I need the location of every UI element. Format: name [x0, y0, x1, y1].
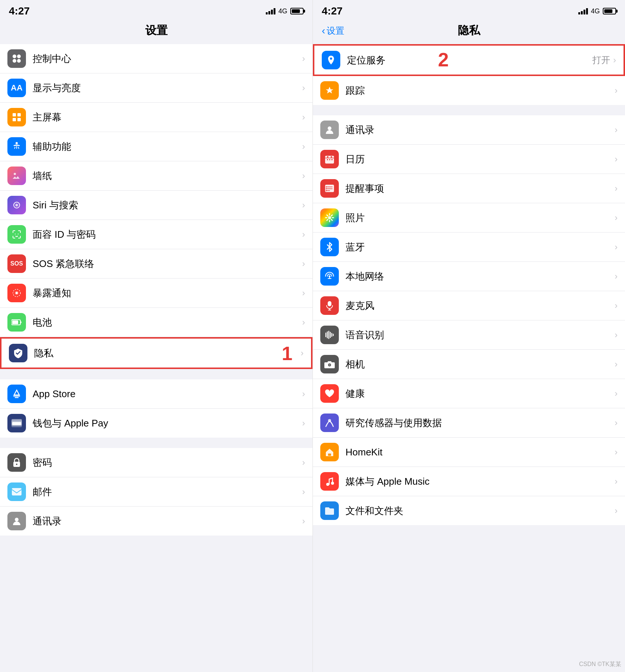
svg-point-12	[16, 205, 17, 206]
right-status-bar: 4:27 4G	[313, 0, 625, 20]
homekit-item[interactable]: HomeKit ›	[313, 438, 625, 467]
separator-1	[0, 369, 312, 379]
photos-item[interactable]: 照片 ›	[313, 203, 625, 233]
svg-rect-30	[329, 159, 330, 160]
music-item[interactable]: 媒体与 Apple Music ›	[313, 467, 625, 496]
password-icon	[7, 453, 26, 472]
control-center-item[interactable]: 控制中心 ›	[0, 44, 312, 73]
display-icon: AA	[7, 79, 26, 97]
siri-item[interactable]: Siri 与搜索 ›	[0, 191, 312, 220]
chevron-icon: ›	[615, 213, 618, 223]
control-center-label: 控制中心	[33, 52, 302, 65]
localnet-item[interactable]: 本地网络 ›	[313, 262, 625, 291]
speech-item[interactable]: 语音识别 ›	[313, 320, 625, 350]
back-button[interactable]: ‹ 设置	[322, 25, 344, 37]
bluetooth-item[interactable]: 蓝牙 ›	[313, 233, 625, 262]
research-icon	[320, 414, 339, 432]
exposure-item[interactable]: 暴露通知 ›	[0, 279, 312, 308]
svg-line-46	[331, 215, 333, 216]
research-item[interactable]: 研究传感器与使用数据 ›	[313, 408, 625, 438]
annotation-2: 2	[438, 49, 449, 71]
appstore-label: App Store	[33, 388, 302, 400]
svg-rect-5	[17, 113, 21, 116]
reminders-icon	[320, 179, 339, 198]
separator-2	[0, 438, 312, 448]
left-phone-panel: 4:27 4G 设置	[0, 0, 312, 672]
location-services-item[interactable]: 定位服务 2 打开 ›	[313, 44, 625, 76]
wallet-label: 钱包与 Apple Pay	[33, 417, 302, 430]
mail-item[interactable]: 邮件 ›	[0, 477, 312, 507]
health-item[interactable]: 健康 ›	[313, 379, 625, 408]
mail-label: 邮件	[33, 485, 302, 498]
privacy-contacts-item[interactable]: 通讯录 ›	[313, 115, 625, 145]
exposure-icon	[7, 284, 26, 302]
chevron-icon: ›	[302, 317, 305, 327]
reminders-item[interactable]: 提醒事项 ›	[313, 174, 625, 203]
files-item[interactable]: 文件和文件夹 ›	[313, 496, 625, 525]
right-battery-icon	[603, 8, 616, 14]
contacts-icon	[7, 512, 26, 530]
section-2: App Store › 钱包与 Apple Pay ›	[0, 379, 312, 438]
sos-item[interactable]: SOS SOS 紧急联络 ›	[0, 249, 312, 279]
right-nav-title: 隐私	[458, 23, 480, 38]
chevron-icon: ›	[302, 457, 305, 468]
svg-rect-4	[13, 113, 16, 116]
right-time: 4:27	[322, 5, 343, 17]
music-label: 媒体与 Apple Music	[345, 475, 615, 488]
accessibility-item[interactable]: 辅助功能 ›	[0, 132, 312, 161]
svg-point-24	[15, 518, 19, 521]
home-screen-item[interactable]: 主屏幕 ›	[0, 103, 312, 132]
microphone-label: 麦克风	[345, 299, 615, 312]
display-item[interactable]: AA 显示与亮度 ›	[0, 73, 312, 103]
sos-icon: SOS	[7, 254, 26, 273]
chevron-icon: ›	[302, 229, 305, 240]
calendar-item[interactable]: 日历 ›	[313, 145, 625, 174]
chevron-icon: ›	[615, 125, 618, 135]
wallet-item[interactable]: 钱包与 Apple Pay ›	[0, 409, 312, 438]
accessibility-icon	[7, 137, 26, 156]
password-label: 密码	[33, 456, 302, 469]
chevron-icon: ›	[301, 348, 304, 358]
svg-rect-17	[12, 320, 18, 324]
tracking-icon	[320, 81, 339, 100]
svg-point-28	[331, 156, 332, 158]
chevron-icon: ›	[302, 487, 305, 497]
svg-rect-7	[17, 118, 21, 121]
contacts-item[interactable]: 通讯录 ›	[0, 507, 312, 536]
chevron-icon: ›	[613, 55, 616, 65]
svg-point-38	[326, 190, 327, 191]
chevron-icon: ›	[302, 112, 305, 122]
battery-item[interactable]: 电池 ›	[0, 308, 312, 337]
annotation-1: 1	[282, 342, 292, 365]
faceid-item[interactable]: 面容 ID 与密码 ›	[0, 220, 312, 249]
privacy-item[interactable]: 隐私 1 ›	[0, 337, 312, 369]
camera-item[interactable]: 相机 ›	[313, 350, 625, 379]
svg-line-47	[327, 220, 328, 221]
svg-rect-31	[331, 159, 333, 160]
chevron-icon: ›	[302, 53, 305, 64]
password-item[interactable]: 密码 ›	[0, 448, 312, 477]
faceid-icon	[7, 225, 26, 244]
battery-item-icon	[7, 313, 26, 332]
appstore-icon	[7, 385, 26, 403]
svg-point-60	[328, 419, 331, 422]
camera-label: 相机	[345, 358, 615, 371]
home-screen-icon	[7, 108, 26, 126]
contacts-label-left: 通讯录	[33, 515, 302, 528]
chevron-icon: ›	[615, 85, 618, 96]
wallpaper-label: 墙纸	[33, 169, 302, 182]
svg-point-3	[17, 59, 21, 63]
chevron-icon: ›	[615, 242, 618, 252]
appstore-item[interactable]: App Store ›	[0, 379, 312, 409]
microphone-item[interactable]: 麦克风 ›	[313, 291, 625, 320]
svg-point-8	[16, 142, 18, 144]
files-icon	[320, 501, 339, 520]
siri-label: Siri 与搜索	[33, 199, 302, 212]
privacy-contacts-label: 通讯录	[345, 123, 615, 136]
accessibility-label: 辅助功能	[33, 140, 302, 153]
tracking-item[interactable]: 跟踪 ›	[313, 76, 625, 105]
battery-icon	[290, 8, 304, 14]
wallpaper-item[interactable]: 墙纸 ›	[0, 161, 312, 191]
tracking-label: 跟踪	[345, 84, 615, 97]
speech-label: 语音识别	[345, 329, 615, 342]
